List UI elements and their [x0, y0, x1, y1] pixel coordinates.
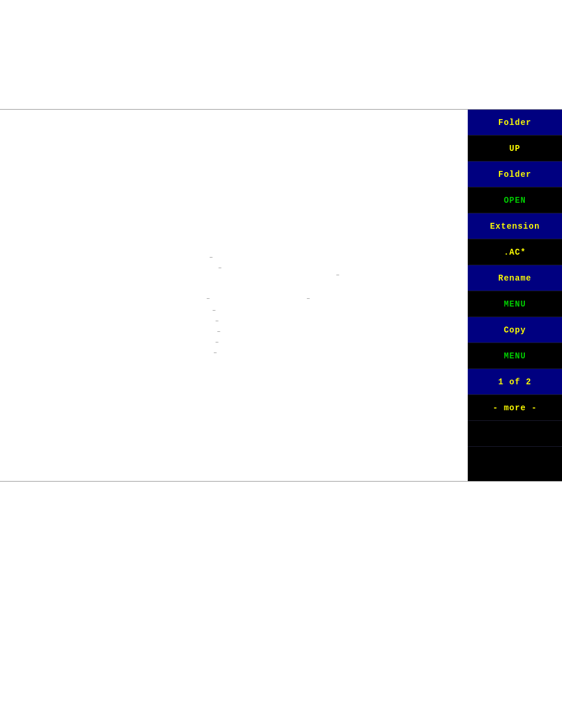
dash-5: – — [306, 292, 310, 303]
dash-10: – — [213, 347, 217, 357]
open-button[interactable]: OPEN — [468, 187, 562, 213]
ac-button[interactable]: .AC* — [468, 239, 562, 265]
page-container: – – – – – – – – – — [0, 0, 562, 728]
dash-3: – — [336, 269, 340, 279]
extension-header[interactable]: Extension — [468, 213, 562, 239]
dash-9: – — [215, 336, 219, 347]
rename-menu-button[interactable]: MENU — [468, 291, 562, 317]
copy-menu-button[interactable]: MENU — [468, 343, 562, 369]
dash-6: – — [212, 304, 216, 315]
dash-7: – — [215, 315, 219, 325]
dash-2: – — [218, 262, 222, 272]
more-button[interactable]: - more - — [468, 395, 562, 421]
page-indicator: 1 of 2 — [468, 369, 562, 395]
main-area: – – – – – – – – – — [0, 109, 562, 482]
top-section — [0, 0, 562, 109]
rename-header[interactable]: Rename — [468, 265, 562, 291]
dash-4: – — [206, 292, 210, 303]
up-button[interactable]: UP — [468, 136, 562, 162]
file-browser: – – – – – – – – – — [0, 110, 468, 481]
dash-8: – — [217, 325, 221, 336]
sidebar-empty — [468, 421, 562, 447]
folder-header[interactable]: Folder — [468, 110, 562, 136]
sidebar: Folder UP Folder OPEN Extension .AC* Ren… — [468, 110, 562, 481]
folder-header-2[interactable]: Folder — [468, 162, 562, 187]
dash-1: – — [209, 251, 213, 262]
copy-header[interactable]: Copy — [468, 317, 562, 343]
bottom-section — [0, 482, 562, 728]
